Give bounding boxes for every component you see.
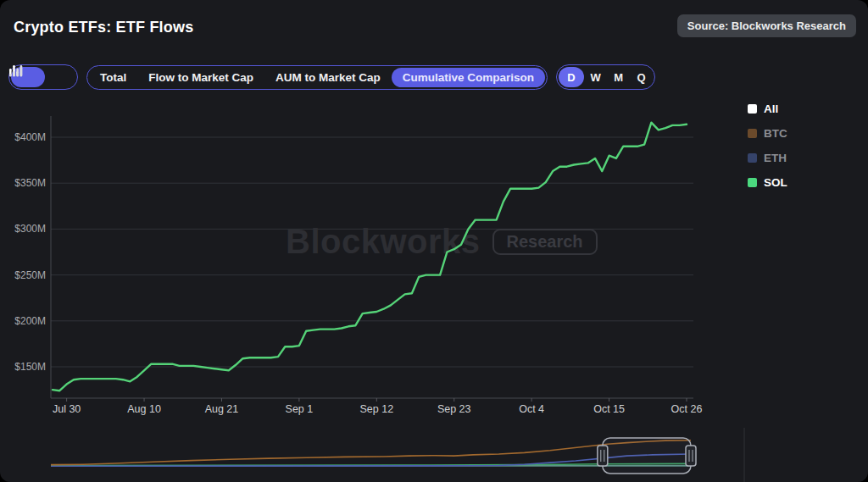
brush-handle-left[interactable] — [598, 446, 608, 466]
toolbar: Total Flow to Market Cap AUM to Market C… — [8, 64, 655, 90]
page-title: Crypto ETFs: ETF Flows — [14, 19, 193, 36]
svg-text:Sep 23: Sep 23 — [437, 403, 471, 415]
legend-swatch-btc — [748, 129, 757, 138]
chart-type-toggle-group — [8, 64, 78, 90]
svg-text:Aug 10: Aug 10 — [127, 403, 161, 415]
tab-flow-to-market-cap[interactable]: Flow to Market Cap — [137, 68, 264, 87]
source-badge: Source: Blockworks Research — [677, 14, 856, 37]
legend-item-sol[interactable]: SOL — [748, 174, 787, 191]
legend-swatch-sol — [748, 178, 757, 187]
navigator-line-btc — [51, 440, 691, 465]
period-toggle-group: D W M Q — [556, 64, 655, 90]
svg-text:$250M: $250M — [14, 269, 46, 281]
legend-swatch-all — [748, 104, 757, 114]
svg-text:Sep 12: Sep 12 — [359, 403, 393, 415]
legend-label-btc: BTC — [764, 127, 787, 140]
legend-item-eth[interactable]: ETH — [748, 149, 787, 167]
legend-item-btc[interactable]: BTC — [748, 125, 787, 142]
legend-item-all[interactable]: All — [748, 100, 787, 118]
svg-text:$150M: $150M — [14, 361, 46, 373]
watermark: Blockworks Research — [286, 223, 598, 261]
legend-label-sol: SOL — [764, 176, 787, 189]
svg-text:Jul 30: Jul 30 — [53, 403, 81, 415]
period-week-button[interactable]: W — [584, 67, 607, 87]
navigator-brush[interactable] — [603, 438, 691, 474]
period-day-button[interactable]: D — [559, 67, 584, 87]
legend: All BTC ETH SOL — [748, 100, 787, 191]
svg-text:Aug 21: Aug 21 — [205, 403, 239, 415]
metric-tabs-group: Total Flow to Market Cap AUM to Market C… — [86, 65, 548, 90]
watermark-research-box: Research — [492, 229, 598, 255]
ascending-bars-icon — [8, 64, 24, 78]
watermark-brand: Blockworks — [286, 223, 481, 261]
svg-text:$300M: $300M — [14, 223, 46, 235]
svg-text:$350M: $350M — [14, 177, 46, 189]
tab-cumulative-comparison[interactable]: Cumulative Comparison — [392, 68, 545, 87]
navigator-line-sol — [51, 463, 691, 465]
legend-label-all: All — [764, 102, 778, 115]
legend-label-eth: ETH — [764, 152, 787, 164]
navigator-line-eth — [51, 454, 691, 466]
chart-card: $150M$200M$250M$300M$350M$400MJul 30Aug … — [0, 0, 868, 482]
legend-swatch-eth — [748, 153, 757, 163]
period-quarter-button[interactable]: Q — [630, 67, 653, 87]
ascending-bars-type-button[interactable] — [45, 67, 75, 87]
svg-text:Oct 26: Oct 26 — [671, 403, 703, 415]
svg-text:Oct 4: Oct 4 — [519, 403, 544, 415]
svg-text:$200M: $200M — [14, 315, 46, 327]
tab-total[interactable]: Total — [89, 68, 137, 87]
svg-text:$400M: $400M — [14, 131, 46, 143]
svg-text:Oct 15: Oct 15 — [593, 403, 625, 415]
tab-aum-to-market-cap[interactable]: AUM to Market Cap — [264, 68, 392, 87]
svg-text:Sep 1: Sep 1 — [286, 403, 314, 415]
period-month-button[interactable]: M — [607, 67, 630, 87]
brush-handle-right[interactable] — [686, 446, 696, 466]
